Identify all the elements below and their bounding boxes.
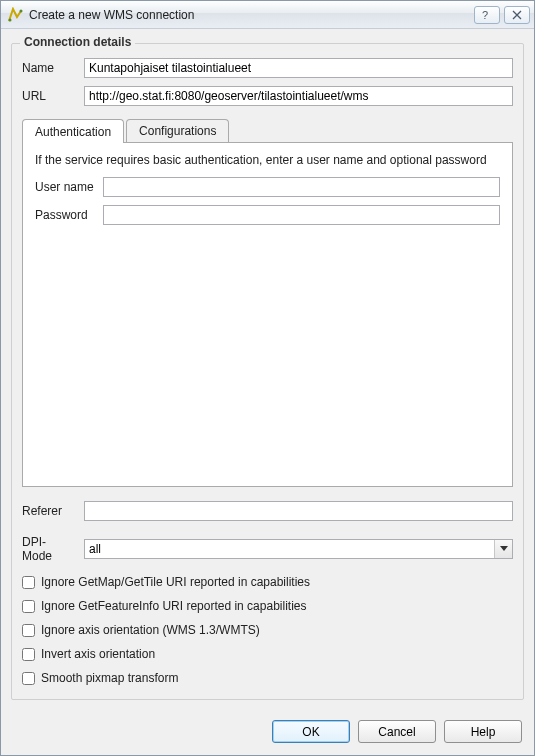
dialog-footer: OK Cancel Help [1,710,534,755]
tab-authentication-label: Authentication [35,125,111,139]
checkbox-ignore-axis[interactable] [22,624,35,637]
dpi-mode-select[interactable] [84,539,513,559]
check-ignore-getfeatureinfo[interactable]: Ignore GetFeatureInfo URI reported in ca… [22,599,513,613]
tab-configurations-label: Configurations [139,124,216,138]
window-controls: ? [474,6,530,24]
dpi-mode-label: DPI-Mode [22,535,76,563]
dialog-content: Connection details Name URL Authenticati… [1,29,534,710]
name-input[interactable] [84,58,513,78]
check-ignore-getmap[interactable]: Ignore GetMap/GetTile URI reported in ca… [22,575,513,589]
checkbox-invert-axis[interactable] [22,648,35,661]
password-label: Password [35,208,95,222]
checkbox-smooth-pixmap-label: Smooth pixmap transform [41,671,178,685]
checkbox-ignore-getfeatureinfo-label: Ignore GetFeatureInfo URI reported in ca… [41,599,306,613]
options-area: Referer DPI-Mode Ignore GetMap/GetTile U… [22,497,513,687]
check-ignore-axis[interactable]: Ignore axis orientation (WMS 1.3/WMTS) [22,623,513,637]
help-dialog-button[interactable]: Help [444,720,522,743]
dpi-mode-select-wrap [84,539,513,559]
cancel-button-label: Cancel [378,725,415,739]
svg-text:?: ? [482,9,488,21]
name-row: Name [22,58,513,78]
window-title: Create a new WMS connection [29,8,474,22]
checkbox-ignore-getmap[interactable] [22,576,35,589]
url-row: URL [22,86,513,106]
name-label: Name [22,61,76,75]
check-smooth-pixmap[interactable]: Smooth pixmap transform [22,671,513,685]
tab-container: Authentication Configurations If the ser… [22,118,513,487]
tab-pane-authentication: If the service requires basic authentica… [22,142,513,487]
ok-button-label: OK [302,725,319,739]
referer-row: Referer [22,501,513,521]
group-title: Connection details [20,35,135,49]
dialog-window: Create a new WMS connection ? Connection… [0,0,535,756]
auth-spacer [35,233,500,476]
help-button[interactable]: ? [474,6,500,24]
tab-bar: Authentication Configurations [22,118,513,142]
checkbox-ignore-getmap-label: Ignore GetMap/GetTile URI reported in ca… [41,575,310,589]
ok-button[interactable]: OK [272,720,350,743]
checkbox-smooth-pixmap[interactable] [22,672,35,685]
svg-point-0 [9,18,12,21]
checkbox-ignore-getfeatureinfo[interactable] [22,600,35,613]
cancel-button[interactable]: Cancel [358,720,436,743]
password-row: Password [35,205,500,225]
tab-configurations[interactable]: Configurations [126,119,229,142]
connection-details-group: Connection details Name URL Authenticati… [11,43,524,700]
url-label: URL [22,89,76,103]
referer-input[interactable] [84,501,513,521]
url-input[interactable] [84,86,513,106]
referer-label: Referer [22,504,76,518]
svg-point-1 [20,9,23,12]
help-button-label: Help [471,725,496,739]
checkbox-ignore-axis-label: Ignore axis orientation (WMS 1.3/WMTS) [41,623,260,637]
check-invert-axis[interactable]: Invert axis orientation [22,647,513,661]
username-input[interactable] [103,177,500,197]
titlebar: Create a new WMS connection ? [1,1,534,29]
auth-description: If the service requires basic authentica… [35,153,500,167]
tab-authentication[interactable]: Authentication [22,119,124,143]
app-icon [7,7,23,23]
username-label: User name [35,180,95,194]
password-input[interactable] [103,205,500,225]
close-button[interactable] [504,6,530,24]
checkbox-invert-axis-label: Invert axis orientation [41,647,155,661]
dpi-mode-row: DPI-Mode [22,535,513,563]
username-row: User name [35,177,500,197]
